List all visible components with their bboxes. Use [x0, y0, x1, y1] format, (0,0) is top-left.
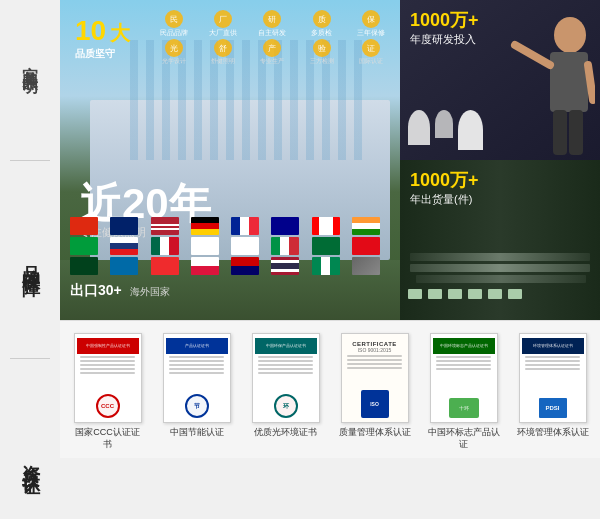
conveyor-line-3 [416, 275, 586, 283]
feature-label-2: 自主研发 [258, 29, 286, 37]
svg-point-0 [554, 17, 586, 53]
main-content: 10 大 品质坚守 民 民品品牌 厂 大厂直供 研 [60, 0, 600, 519]
flag-de [191, 217, 219, 235]
cert-lines-energy [169, 354, 225, 394]
cert-header-pdsi: 环境管理体系认证证书 [522, 338, 584, 354]
lamp-3 [458, 110, 483, 150]
cert-label-pdsi: 环境管理体系认证 [517, 427, 589, 439]
cert-iso-title-area: CERTIFICATE ISO 9001:2015 [344, 338, 406, 353]
svg-rect-5 [569, 110, 583, 155]
product-5 [488, 289, 502, 299]
cert-line [436, 356, 492, 358]
cert-line [258, 372, 314, 374]
feature-label-4: 三年保修 [357, 29, 385, 37]
cert-lines-green [436, 354, 492, 398]
cert-label-iso: 质量管理体系认证 [339, 427, 411, 439]
cert-header-green: 中国环境标志产品认证证书 [433, 338, 495, 354]
flag-mx [151, 237, 179, 255]
cert-line [347, 367, 403, 369]
flag-china [70, 217, 98, 235]
flag-other [352, 257, 380, 275]
sidebar: 宜美照明 品牌保障 资质认证 [0, 0, 60, 519]
flag-pk [70, 257, 98, 275]
cert-item-iso: CERTIFICATE ISO 9001:2015 ISO 质量管理体系认证 [332, 333, 417, 439]
sidebar-divider-1 [10, 160, 50, 161]
cert-item-energy: 产品认证证书 节 中国节能认证 [154, 333, 239, 439]
stat1-label: 年度研发投入 [410, 33, 476, 45]
page-container: 宜美照明 品牌保障 资质认证 10 大 [0, 0, 600, 519]
cert-line [347, 359, 403, 361]
cert-line [525, 368, 581, 370]
cert-header-text-ccc: 中国强制性产品认证证书 [86, 344, 130, 349]
flag-jp [191, 237, 219, 255]
sidebar-divider-2 [10, 358, 50, 359]
cert-iso-badge: ISO [361, 390, 389, 418]
feature-8: 验 三方检测 [298, 39, 345, 65]
cert-doc-ccc: 中国强制性产品认证证书 CCC [74, 333, 142, 423]
feature-icon-6: 舒 [214, 39, 232, 57]
feature-label-0: 民品品牌 [160, 29, 188, 37]
flag-tr [352, 237, 380, 255]
feature-label-9: 国际认证 [359, 58, 383, 65]
cert-line [525, 356, 581, 358]
feature-6: 舒 舒健照明 [199, 39, 246, 65]
brand-name: 宜美照明 [20, 53, 39, 69]
cert-header-ccc: 中国强制性产品认证证书 [77, 338, 139, 354]
cert-line [80, 356, 136, 358]
stat2-panel: 1000万+ 年出货量(件) [410, 168, 479, 207]
feature-icon-1: 厂 [214, 10, 232, 28]
cert-pdsi-badge: PDSI [539, 398, 567, 418]
conveyor-lines [400, 250, 600, 310]
cert-line [169, 364, 225, 366]
cert-line [80, 368, 136, 370]
flag-pl [191, 257, 219, 275]
cert-line [169, 372, 225, 374]
svg-line-3 [588, 65, 593, 100]
flag-kr [231, 237, 259, 255]
lamp-1 [408, 110, 430, 145]
cert-header-text-env: 中国环保产品认证证书 [266, 344, 306, 349]
flag-br [70, 237, 98, 255]
building-area: 10 大 品质坚守 民 民品品牌 厂 大厂直供 研 [60, 0, 400, 320]
feature-9: 证 国际认证 [348, 39, 395, 65]
feature-icon-2: 研 [263, 10, 281, 28]
certificates-section: 中国强制性产品认证证书 CCC 国家CCC认证证书 [60, 320, 600, 458]
flag-fr [231, 217, 259, 235]
cert-item-env: 中国环保产品认证证书 环 优质光环境证书 [243, 333, 328, 439]
feature-3: 质 多质检 [298, 10, 345, 37]
svg-line-2 [515, 45, 550, 65]
cert-header-text-energy: 产品认证证书 [185, 344, 209, 349]
cert-line [169, 368, 225, 370]
cert-doc-energy: 产品认证证书 节 [163, 333, 231, 423]
cert-label-ccc: 国家CCC认证证书 [72, 427, 144, 450]
cert-line [258, 368, 314, 370]
feature-2: 研 自主研发 [249, 10, 296, 37]
cert-line [525, 364, 581, 366]
cert-line [169, 360, 225, 362]
feature-label-6: 舒健照明 [211, 58, 235, 65]
cert-label-env: 优质光环境证书 [250, 427, 322, 439]
years-number: 10 [75, 15, 106, 46]
feature-5: 光 光学设计 [150, 39, 197, 65]
cert-header-energy: 产品认证证书 [166, 338, 228, 354]
cert-line [80, 372, 136, 374]
cert-lines-ccc [80, 354, 136, 394]
cert-line [80, 364, 136, 366]
feature-label-8: 三方检测 [310, 58, 334, 65]
cert-header-text-green: 中国环境标志产品认证证书 [440, 344, 488, 349]
conveyor-line-1 [410, 253, 590, 261]
svg-rect-1 [550, 52, 588, 112]
flag-us [151, 217, 179, 235]
product-3 [448, 289, 462, 299]
sidebar-label-1: 品牌保障 [19, 251, 41, 267]
sidebar-section-2: 资质认证 [19, 450, 41, 466]
cert-header-env: 中国环保产品认证证书 [255, 338, 317, 354]
sidebar-label-2: 资质认证 [19, 450, 41, 466]
right-panels: 1000万+ 年度研发投入 [400, 0, 600, 320]
feature-label-7: 专业生产 [260, 58, 284, 65]
cert-doc-green: 中国环境标志产品认证证书 十环 [430, 333, 498, 423]
cert-seal-env: 环 [274, 394, 298, 418]
cert-doc-iso: CERTIFICATE ISO 9001:2015 ISO [341, 333, 409, 423]
feature-icon-0: 民 [165, 10, 183, 28]
flag-sa [312, 237, 340, 255]
